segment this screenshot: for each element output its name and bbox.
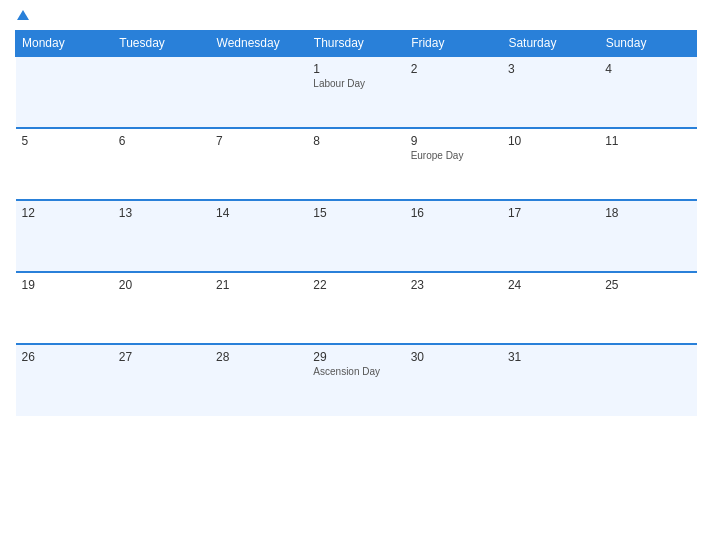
day-number: 11 [605,134,690,148]
calendar-cell: 30 [405,344,502,416]
calendar-week-2: 56789Europe Day1011 [16,128,697,200]
day-number: 31 [508,350,593,364]
holiday-label: Ascension Day [313,366,398,377]
day-number: 1 [313,62,398,76]
day-number: 22 [313,278,398,292]
calendar-week-1: 1Labour Day234 [16,56,697,128]
day-number: 17 [508,206,593,220]
day-number: 2 [411,62,496,76]
calendar-cell: 21 [210,272,307,344]
calendar-cell: 6 [113,128,210,200]
day-header-sunday: Sunday [599,31,696,57]
calendar-cell: 18 [599,200,696,272]
calendar-week-3: 12131415161718 [16,200,697,272]
day-header-friday: Friday [405,31,502,57]
calendar-cell: 12 [16,200,113,272]
day-number: 23 [411,278,496,292]
calendar-cell: 4 [599,56,696,128]
calendar-cell: 8 [307,128,404,200]
day-number: 28 [216,350,301,364]
day-number: 9 [411,134,496,148]
day-number: 8 [313,134,398,148]
calendar-cell: 3 [502,56,599,128]
day-number: 20 [119,278,204,292]
day-number: 26 [22,350,107,364]
day-number: 30 [411,350,496,364]
calendar-cell: 27 [113,344,210,416]
day-header-thursday: Thursday [307,31,404,57]
calendar-week-5: 26272829Ascension Day3031 [16,344,697,416]
calendar-cell: 23 [405,272,502,344]
day-number: 24 [508,278,593,292]
day-number: 18 [605,206,690,220]
day-number: 12 [22,206,107,220]
day-number: 13 [119,206,204,220]
day-number: 27 [119,350,204,364]
day-number: 14 [216,206,301,220]
calendar-cell: 1Labour Day [307,56,404,128]
calendar-cell: 17 [502,200,599,272]
calendar-cell: 31 [502,344,599,416]
day-number: 3 [508,62,593,76]
day-number: 4 [605,62,690,76]
calendar-cell: 28 [210,344,307,416]
calendar-cell [113,56,210,128]
day-number: 21 [216,278,301,292]
calendar-header-row: MondayTuesdayWednesdayThursdayFridaySatu… [16,31,697,57]
calendar-cell: 25 [599,272,696,344]
header [15,10,697,22]
calendar-cell: 19 [16,272,113,344]
day-header-monday: Monday [16,31,113,57]
day-number: 15 [313,206,398,220]
calendar-cell: 14 [210,200,307,272]
holiday-label: Europe Day [411,150,496,161]
calendar-cell: 5 [16,128,113,200]
calendar-cell: 10 [502,128,599,200]
calendar-week-4: 19202122232425 [16,272,697,344]
calendar-cell: 20 [113,272,210,344]
day-number: 6 [119,134,204,148]
day-number: 5 [22,134,107,148]
calendar-page: MondayTuesdayWednesdayThursdayFridaySatu… [0,0,712,550]
calendar-cell: 15 [307,200,404,272]
calendar-cell [210,56,307,128]
holiday-label: Labour Day [313,78,398,89]
calendar-cell: 22 [307,272,404,344]
calendar-cell: 16 [405,200,502,272]
calendar-cell: 7 [210,128,307,200]
calendar-cell [599,344,696,416]
calendar-cell [16,56,113,128]
logo [15,10,29,22]
calendar-cell: 2 [405,56,502,128]
day-header-tuesday: Tuesday [113,31,210,57]
calendar-cell: 29Ascension Day [307,344,404,416]
calendar-cell: 11 [599,128,696,200]
calendar-cell: 9Europe Day [405,128,502,200]
calendar-table: MondayTuesdayWednesdayThursdayFridaySatu… [15,30,697,416]
calendar-cell: 26 [16,344,113,416]
day-number: 25 [605,278,690,292]
calendar-cell: 13 [113,200,210,272]
day-number: 16 [411,206,496,220]
day-header-wednesday: Wednesday [210,31,307,57]
day-number: 29 [313,350,398,364]
logo-triangle-icon [17,10,29,20]
day-number: 7 [216,134,301,148]
day-number: 10 [508,134,593,148]
calendar-cell: 24 [502,272,599,344]
day-header-saturday: Saturday [502,31,599,57]
day-number: 19 [22,278,107,292]
